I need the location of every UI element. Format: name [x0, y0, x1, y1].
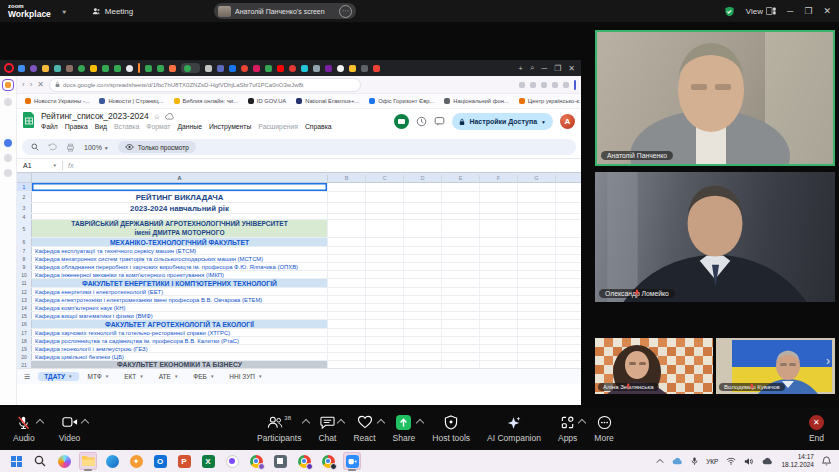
browser-tab[interactable] [325, 65, 332, 72]
avatar[interactable]: А [560, 114, 575, 129]
empty-cells[interactable] [328, 271, 581, 278]
powerpoint-icon[interactable]: P [175, 452, 193, 470]
browser-tab[interactable] [42, 65, 49, 72]
chevron-down-icon[interactable]: ▼ [258, 374, 262, 379]
browser-tab[interactable] [126, 65, 133, 72]
chevron-down-icon[interactable]: ▼ [541, 119, 546, 125]
empty-cells[interactable] [328, 183, 581, 191]
browser-tab[interactable] [385, 65, 392, 72]
column-header-B[interactable]: B [328, 175, 366, 181]
sheet-cell[interactable]: ФАКУЛЬТЕТ АГРОТЕХНОЛОГІЙ ТА ЕКОЛОГІЇ [32, 320, 328, 328]
empty-cells[interactable] [328, 288, 581, 295]
empty-cells[interactable] [328, 329, 581, 336]
browser-tab[interactable] [54, 65, 61, 72]
extension-icon[interactable] [530, 82, 536, 88]
mail-app-icon[interactable] [103, 452, 121, 470]
chevron-up-icon[interactable] [337, 419, 345, 427]
browser-tab[interactable] [78, 65, 85, 72]
bookmark-item[interactable]: Библия онлайн: чи... [174, 98, 238, 104]
bookmark-item[interactable]: ID GOV.UA [248, 98, 286, 104]
row-number[interactable]: 14 [17, 304, 32, 311]
clock[interactable]: 14:17 18.12.2024 [781, 453, 814, 469]
department-link-cell[interactable]: Кафедра електротехніки і електромеханіки… [32, 296, 328, 303]
browser-tab[interactable] [289, 65, 296, 72]
chevron-up-icon[interactable] [416, 419, 424, 427]
empty-cells[interactable] [328, 192, 581, 202]
video-tile-2[interactable]: Олександр Ломейко [595, 172, 835, 302]
department-link-cell[interactable]: Кафедра вищої математики і фізики (ВМФ) [32, 312, 328, 319]
empty-cells[interactable] [328, 304, 581, 311]
bookmark-item[interactable]: Новости Украины -... [25, 98, 89, 104]
copilot-icon[interactable] [55, 452, 73, 470]
row-number[interactable]: 12 [17, 288, 32, 295]
browser-tab[interactable] [313, 65, 320, 72]
column-header-F[interactable]: F [480, 175, 518, 181]
row-number[interactable]: 20 [17, 353, 32, 360]
select-all-corner[interactable] [17, 173, 32, 182]
browser-tab[interactable] [145, 65, 152, 72]
zoom-app-icon[interactable] [343, 452, 361, 470]
row-number[interactable]: 17 [17, 329, 32, 336]
browser-tab[interactable] [265, 65, 272, 72]
name-box[interactable]: A1 ▼ [23, 162, 57, 169]
chrome-profile-icon[interactable] [247, 452, 265, 470]
chevron-down-icon[interactable]: ▼ [210, 374, 214, 379]
browser-tab[interactable] [102, 65, 109, 72]
quick-assist-icon[interactable]: ✦ [127, 452, 145, 470]
share-access-button[interactable]: Настройки Доступа ▼ [452, 113, 553, 130]
workspace-icon[interactable] [2, 79, 14, 91]
empty-cells[interactable] [328, 263, 581, 270]
column-header-D[interactable]: D [404, 175, 442, 181]
department-link-cell[interactable]: Кафедра комп'ютерних наук (КН) [32, 304, 328, 311]
close-button[interactable]: ✕ [823, 7, 831, 16]
screenshot-tool-icon[interactable] [223, 452, 241, 470]
screen-share-indicator[interactable]: Анатолій Панченко's screen ⋯ [214, 3, 356, 19]
mic-tray-icon[interactable] [691, 457, 698, 466]
department-link-cell[interactable]: Кафедра цивільної безпеки (ЦБ) [32, 353, 328, 360]
notifications-bell-icon[interactable] [822, 456, 831, 466]
browser-tab[interactable] [205, 65, 212, 72]
browser-tab[interactable] [217, 65, 224, 72]
toolbar-video-button[interactable]: Video [54, 408, 86, 450]
extension-icon[interactable] [563, 82, 569, 88]
department-link-cell[interactable]: Кафедра рослинництва та садівництва ім. … [32, 337, 328, 344]
browser-minimize-icon[interactable]: ─ [541, 64, 547, 73]
department-link-cell[interactable]: Кафедра інженерної механіки та комп'ютер… [32, 271, 328, 278]
toolbar-audio-button[interactable]: Audio [8, 408, 40, 450]
department-link-cell[interactable]: Кафедра геоекології і землеустрою (ГЕЗ) [32, 345, 328, 352]
security-shield-icon[interactable] [724, 6, 735, 17]
chevron-down-icon[interactable]: ▼ [68, 374, 72, 379]
browser-tab[interactable] [277, 65, 284, 72]
empty-cells[interactable] [328, 255, 581, 262]
empty-cells[interactable] [328, 361, 581, 368]
row-number[interactable]: 4 [17, 214, 32, 219]
browser-tab[interactable] [18, 65, 25, 72]
sheet-cell[interactable]: ФАКУЛЬТЕТ ЕНЕРГЕТИКИ І КОМП'ЮТЕРНИХ ТЕХН… [32, 279, 328, 287]
browser-maximize-icon[interactable]: ❐ [554, 64, 561, 73]
tab-search-icon[interactable]: ⌕ [530, 63, 534, 73]
row-number[interactable]: 6 [17, 238, 32, 246]
onedrive-icon[interactable] [672, 457, 683, 465]
menu-Вид[interactable]: Вид [95, 124, 107, 131]
toolbar-share-button[interactable]: Share [388, 408, 421, 450]
toolbar-ai-button[interactable]: AI Companion [482, 408, 546, 450]
video-tile-1[interactable]: Анатолій Панченко [595, 30, 835, 166]
tab-meeting[interactable]: Meeting [92, 7, 133, 16]
browser-close-icon[interactable]: ✕ [568, 64, 575, 73]
toolbar-hosttools-button[interactable]: Host tools [427, 408, 475, 450]
back-icon[interactable]: ‹ [22, 81, 25, 89]
chevron-up-icon[interactable] [578, 419, 586, 427]
row-number[interactable]: 8 [17, 255, 32, 262]
video-tile-4[interactable]: Володимир Кувачов [716, 338, 835, 394]
empty-cells[interactable] [328, 353, 581, 360]
minimize-button[interactable]: ─ [787, 7, 793, 16]
wifi-icon[interactable] [726, 457, 736, 465]
chevron-up-icon[interactable] [36, 419, 44, 427]
panel-collapse-chevron[interactable]: › [826, 354, 830, 368]
chevron-up-icon[interactable] [81, 419, 89, 427]
bookmark-item[interactable]: Центр українсько-є... [519, 98, 581, 104]
browser-tab[interactable] [337, 65, 344, 72]
browser-tab[interactable] [90, 65, 97, 72]
row-number[interactable]: 18 [17, 337, 32, 344]
empty-cells[interactable] [328, 312, 581, 319]
